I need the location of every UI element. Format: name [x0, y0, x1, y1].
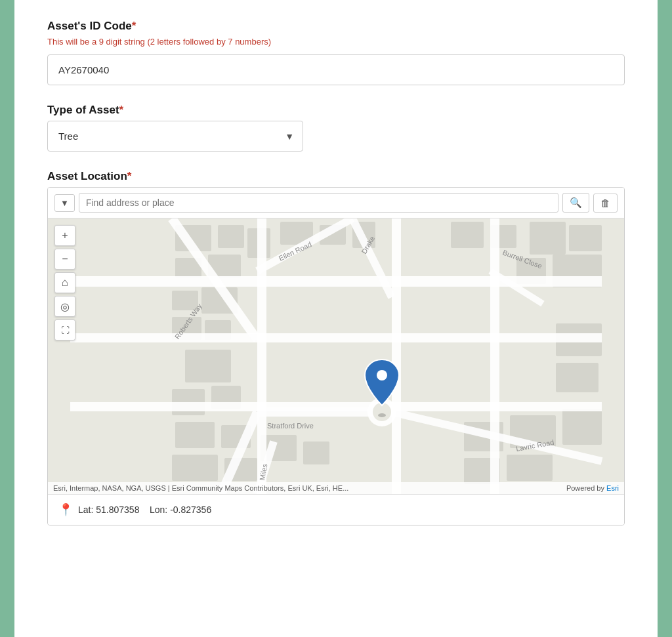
- zoom-out-button[interactable]: −: [54, 249, 75, 270]
- map-dropdown-button[interactable]: ▼: [54, 194, 75, 212]
- svg-rect-35: [70, 276, 602, 287]
- map-search-button[interactable]: 🔍: [562, 193, 589, 213]
- svg-rect-40: [490, 218, 499, 494]
- locate-button[interactable]: ◎: [54, 296, 75, 317]
- required-star-location: *: [127, 170, 132, 182]
- asset-id-label: Asset's ID Code*: [47, 20, 625, 33]
- svg-rect-9: [451, 222, 484, 248]
- svg-rect-24: [172, 455, 218, 481]
- asset-type-wrapper: Tree Building Equipment Vehicle ▼: [47, 121, 303, 152]
- svg-text:Stratford Drive: Stratford Drive: [267, 422, 314, 430]
- map-area[interactable]: Roberts Way Ellen Road Drake Stratford D…: [48, 218, 624, 494]
- svg-rect-19: [185, 350, 231, 382]
- asset-location-label: Asset Location*: [47, 170, 625, 183]
- svg-rect-30: [562, 409, 602, 445]
- trash-icon: 🗑: [600, 197, 610, 209]
- coordinates-text: Lat: 51.807358 Lon: -0.827356: [78, 504, 211, 515]
- required-star-id: *: [132, 20, 136, 32]
- asset-id-hint: This will be a 9 digit string (2 letters…: [47, 37, 625, 47]
- svg-rect-34: [556, 363, 598, 392]
- lat-label: Lat:: [78, 504, 93, 515]
- map-toolbar: ▼ 🔍 🗑: [48, 188, 624, 218]
- search-icon: 🔍: [570, 197, 582, 208]
- esri-link[interactable]: Esri: [606, 484, 619, 492]
- expand-button[interactable]: ⛶: [54, 319, 75, 340]
- home-button[interactable]: ⌂: [54, 272, 75, 293]
- asset-type-select[interactable]: Tree Building Equipment Vehicle: [47, 121, 303, 152]
- map-container: ▼ 🔍 🗑: [47, 187, 625, 525]
- powered-by: Powered by Esri: [566, 484, 619, 492]
- lon-label: Lon:: [150, 504, 167, 515]
- map-attribution: Esri, Intermap, NASA, NGA, USGS | Esri C…: [48, 482, 624, 494]
- required-star-type: *: [119, 104, 124, 116]
- svg-rect-38: [257, 218, 266, 494]
- asset-id-input[interactable]: [47, 54, 625, 85]
- lon-value: -0.827356: [170, 504, 211, 515]
- location-pin-icon: 📍: [58, 503, 73, 517]
- map-controls: + − ⌂ ◎ ⛶: [54, 225, 75, 340]
- lat-value: 51.807358: [96, 504, 139, 515]
- svg-rect-2: [218, 225, 244, 248]
- asset-location-section: Asset Location* ▼ 🔍 🗑: [47, 170, 625, 525]
- page-container: Asset's ID Code* This will be a 9 digit …: [14, 0, 658, 637]
- svg-rect-32: [507, 455, 553, 481]
- map-delete-button[interactable]: 🗑: [593, 194, 618, 213]
- svg-point-59: [377, 370, 387, 380]
- asset-type-section: Type of Asset* Tree Building Equipment V…: [47, 104, 625, 152]
- chevron-down-icon: ▼: [60, 198, 69, 208]
- asset-id-section: Asset's ID Code* This will be a 9 digit …: [47, 20, 625, 85]
- svg-rect-22: [175, 422, 215, 448]
- svg-rect-27: [303, 442, 329, 464]
- svg-rect-39: [392, 218, 401, 494]
- map-footer: 📍 Lat: 51.807358 Lon: -0.827356: [48, 494, 624, 525]
- svg-rect-11: [530, 222, 566, 255]
- map-search-input[interactable]: [79, 193, 558, 213]
- attribution-text: Esri, Intermap, NASA, NGA, USGS | Esri C…: [53, 484, 348, 492]
- svg-rect-12: [569, 225, 602, 251]
- svg-point-58: [378, 413, 386, 417]
- svg-rect-36: [70, 333, 602, 342]
- map-svg: Roberts Way Ellen Road Drake Stratford D…: [48, 218, 624, 494]
- asset-type-label: Type of Asset*: [47, 104, 625, 117]
- zoom-in-button[interactable]: +: [54, 225, 75, 246]
